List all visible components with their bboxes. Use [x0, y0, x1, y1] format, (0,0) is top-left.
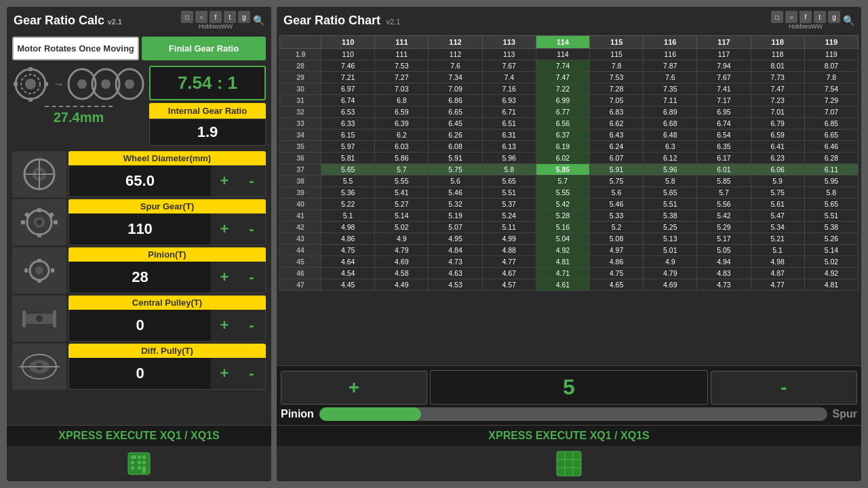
cell-20-1: 4.49	[375, 279, 429, 291]
cell-0-8: 118	[751, 49, 804, 60]
cell-19-5: 4.75	[589, 268, 643, 279]
cell-18-9: 5.02	[804, 256, 858, 268]
input-content-3: Central Pulley(T) 0 + -	[68, 296, 266, 342]
input-rows: Wheel Diameter(mm) 65.0 + - Spur Gear(T)…	[7, 148, 271, 425]
cell-7-6: 6.48	[644, 129, 697, 141]
input-label-3: Central Pulley(T)	[68, 296, 266, 310]
cell-7-3: 6.31	[482, 129, 536, 141]
input-icon-3	[12, 296, 66, 342]
svg-rect-3	[28, 67, 33, 71]
col-header-1: 110	[321, 36, 375, 49]
cell-0-6: 116	[644, 49, 697, 60]
cell-15-8: 5.34	[751, 222, 804, 233]
col-header-10: 119	[804, 36, 858, 49]
gear-arrow-icon: →	[52, 77, 64, 92]
cell-7-8: 6.59	[751, 129, 804, 141]
cell-17-8: 5.1	[751, 245, 804, 256]
search-button-left[interactable]: 🔍	[252, 14, 264, 26]
table-row-6: 336.336.396.456.516.566.626.686.746.796.…	[280, 118, 859, 129]
input-minus-0[interactable]: -	[238, 165, 265, 197]
stepper-minus-btn[interactable]: +	[281, 371, 427, 405]
cell-3-9: 7.54	[804, 83, 858, 95]
cell-13-2: 5.32	[429, 199, 482, 210]
cell-4-0: 6.74	[321, 95, 375, 106]
final-gear-btn[interactable]: Finial Gear Ratio	[142, 37, 266, 60]
search-button-right[interactable]: 🔍	[842, 14, 854, 26]
cell-3-8: 7.47	[751, 83, 804, 95]
cell-2-3: 7.4	[482, 72, 536, 83]
chart-table: 1101111121131141151161171181191.91101111…	[279, 35, 859, 291]
cell-16-1: 4.9	[375, 233, 429, 245]
cell-9-8: 6.23	[751, 152, 804, 164]
svg-point-36	[36, 315, 43, 322]
input-plus-4[interactable]: +	[211, 358, 238, 389]
col-header-5: 114	[536, 36, 589, 49]
cell-19-4: 4.71	[536, 268, 589, 279]
google-icon: g	[238, 11, 250, 23]
input-minus-2[interactable]: -	[238, 262, 265, 293]
table-row-8: 355.976.036.086.136.196.246.36.356.416.4…	[280, 141, 859, 152]
input-value-4: 0	[69, 365, 211, 382]
right-display: 7.54 : 1 Internal Gear Ratio 1.9	[149, 66, 266, 146]
stepper-plus-btn[interactable]: -	[711, 371, 857, 405]
input-label-2: Pinion(T)	[68, 247, 266, 262]
input-content-2: Pinion(T) 28 + -	[68, 247, 266, 293]
instagram-icon: ○	[195, 11, 208, 23]
cell-17-5: 4.97	[589, 245, 643, 256]
gear-stack	[67, 66, 145, 103]
cell-15-6: 5.25	[644, 222, 697, 233]
cell-18-0: 4.64	[321, 256, 375, 268]
row-label-7: 34	[280, 129, 321, 141]
input-minus-1[interactable]: -	[238, 214, 265, 245]
cell-16-0: 4.86	[321, 233, 375, 245]
input-minus-3[interactable]: -	[238, 310, 265, 341]
input-icon-2	[12, 247, 66, 293]
svg-rect-29	[37, 259, 41, 262]
cell-2-1: 7.27	[375, 72, 429, 83]
cell-2-6: 7.6	[644, 72, 697, 83]
cell-13-8: 5.61	[751, 199, 804, 210]
cell-2-4: 7.47	[536, 72, 589, 83]
input-minus-4[interactable]: -	[238, 358, 265, 389]
row-label-0: 1.9	[280, 49, 321, 60]
chart-area[interactable]: 1101111121131141151161171181191.91101111…	[277, 34, 861, 365]
input-plus-1[interactable]: +	[211, 214, 238, 245]
cell-4-9: 7.29	[804, 95, 858, 106]
slider-track[interactable]	[319, 407, 827, 421]
motor-btn[interactable]: Motor Rotates Once Moving	[12, 37, 139, 60]
cell-15-1: 5.02	[375, 222, 429, 233]
col-header-3: 112	[429, 36, 482, 49]
input-plus-2[interactable]: +	[211, 262, 238, 293]
cell-1-7: 7.94	[697, 60, 751, 72]
input-plus-3[interactable]: +	[211, 310, 238, 341]
cell-3-7: 7.41	[697, 83, 751, 95]
input-value-3: 0	[69, 317, 211, 334]
input-row-0: Wheel Diameter(mm) 65.0 + -	[12, 151, 266, 197]
slider-fill	[319, 407, 421, 421]
top-controls: Motor Rotates Once Moving Finial Gear Ra…	[7, 34, 271, 63]
twitter-icon-r: t	[814, 11, 826, 23]
left-version: v2.1	[108, 18, 122, 26]
table-row-1: 287.467.537.67.677.747.87.877.948.018.07	[280, 60, 859, 72]
input-plus-0[interactable]: +	[211, 165, 238, 197]
cell-16-3: 4.99	[482, 233, 536, 245]
final-gear-value: 7.54 : 1	[149, 66, 266, 100]
chart-version: v2.1	[387, 18, 401, 26]
row-label-12: 39	[280, 187, 321, 199]
instagram-icon-r: ○	[785, 11, 797, 23]
cell-11-4: 5.7	[536, 176, 589, 187]
cell-2-9: 7.8	[804, 72, 858, 83]
cell-19-0: 4.54	[321, 268, 375, 279]
cell-1-2: 7.6	[429, 60, 482, 72]
left-panel: Gear Ratio Calc v2.1 □ ○ f t g HobbiesWW…	[7, 7, 271, 481]
small-gear-icon	[12, 66, 50, 103]
cell-14-7: 5.42	[697, 210, 751, 222]
cell-17-0: 4.75	[321, 245, 375, 256]
hobbies-label-left: HobbiesWW	[199, 23, 233, 30]
cell-0-3: 113	[482, 49, 536, 60]
cell-4-2: 6.86	[429, 95, 482, 106]
cell-5-0: 6.53	[321, 106, 375, 118]
svg-rect-42	[131, 455, 136, 459]
table-row-12: 395.365.415.465.515.555.65.655.75.755.8	[280, 187, 859, 199]
cell-8-9: 6.46	[804, 141, 858, 152]
